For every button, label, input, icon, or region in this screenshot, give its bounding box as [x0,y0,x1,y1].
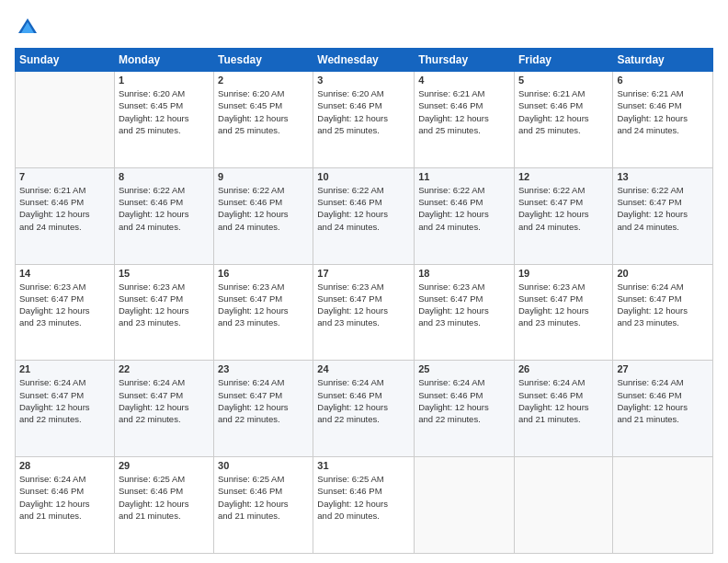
day-number: 24 [317,363,410,374]
day-number: 27 [617,363,709,374]
calendar-day: 3Sunrise: 6:20 AM Sunset: 6:46 PM Daylig… [313,72,415,168]
page-header [15,15,713,40]
calendar-week-4: 21Sunrise: 6:24 AM Sunset: 6:47 PM Dayli… [16,361,713,457]
day-number: 28 [19,460,110,471]
day-info: Sunrise: 6:24 AM Sunset: 6:46 PM Dayligh… [418,376,510,425]
day-info: Sunrise: 6:24 AM Sunset: 6:46 PM Dayligh… [317,376,410,425]
day-number: 17 [317,268,410,279]
calendar-day: 6Sunrise: 6:21 AM Sunset: 6:46 PM Daylig… [613,72,713,168]
day-info: Sunrise: 6:23 AM Sunset: 6:47 PM Dayligh… [119,281,210,329]
day-info: Sunrise: 6:24 AM Sunset: 6:47 PM Dayligh… [218,376,309,425]
calendar-day [613,457,713,554]
day-number: 18 [418,268,510,279]
day-info: Sunrise: 6:25 AM Sunset: 6:46 PM Dayligh… [119,473,210,522]
day-info: Sunrise: 6:23 AM Sunset: 6:47 PM Dayligh… [218,281,309,329]
header-cell-monday: Monday [114,49,213,72]
day-info: Sunrise: 6:22 AM Sunset: 6:46 PM Dayligh… [119,184,210,233]
header-row: SundayMondayTuesdayWednesdayThursdayFrid… [16,49,713,72]
header-cell-wednesday: Wednesday [313,49,415,72]
day-info: Sunrise: 6:22 AM Sunset: 6:47 PM Dayligh… [617,184,709,233]
calendar-day: 30Sunrise: 6:25 AM Sunset: 6:46 PM Dayli… [214,457,313,554]
calendar-day: 9Sunrise: 6:22 AM Sunset: 6:46 PM Daylig… [214,167,313,264]
calendar-day: 2Sunrise: 6:20 AM Sunset: 6:45 PM Daylig… [214,72,313,168]
day-info: Sunrise: 6:23 AM Sunset: 6:47 PM Dayligh… [19,281,110,329]
day-number: 8 [119,171,210,182]
day-number: 31 [317,460,410,471]
calendar-day: 15Sunrise: 6:23 AM Sunset: 6:47 PM Dayli… [114,264,213,361]
header-cell-friday: Friday [514,49,612,72]
calendar-day: 7Sunrise: 6:21 AM Sunset: 6:46 PM Daylig… [16,167,115,264]
calendar-day: 24Sunrise: 6:24 AM Sunset: 6:46 PM Dayli… [313,361,415,457]
day-number: 6 [617,75,709,86]
calendar-day: 13Sunrise: 6:22 AM Sunset: 6:47 PM Dayli… [613,167,713,264]
calendar-day: 23Sunrise: 6:24 AM Sunset: 6:47 PM Dayli… [214,361,313,457]
day-info: Sunrise: 6:21 AM Sunset: 6:46 PM Dayligh… [617,87,709,136]
calendar-week-1: 1Sunrise: 6:20 AM Sunset: 6:45 PM Daylig… [16,72,713,168]
day-info: Sunrise: 6:20 AM Sunset: 6:46 PM Dayligh… [317,87,410,136]
calendar-day: 31Sunrise: 6:25 AM Sunset: 6:46 PM Dayli… [313,457,415,554]
calendar-day: 27Sunrise: 6:24 AM Sunset: 6:46 PM Dayli… [613,361,713,457]
day-info: Sunrise: 6:23 AM Sunset: 6:47 PM Dayligh… [317,281,410,329]
logo [15,15,44,40]
calendar-day: 25Sunrise: 6:24 AM Sunset: 6:46 PM Dayli… [415,361,515,457]
day-info: Sunrise: 6:23 AM Sunset: 6:47 PM Dayligh… [518,281,609,329]
calendar-page: SundayMondayTuesdayWednesdayThursdayFrid… [0,0,728,563]
day-info: Sunrise: 6:24 AM Sunset: 6:47 PM Dayligh… [119,376,210,425]
day-number: 25 [418,363,510,374]
calendar-day: 20Sunrise: 6:24 AM Sunset: 6:47 PM Dayli… [613,264,713,361]
calendar-day: 5Sunrise: 6:21 AM Sunset: 6:46 PM Daylig… [514,72,612,168]
day-number: 26 [518,363,609,374]
header-cell-saturday: Saturday [613,49,713,72]
day-number: 10 [317,171,410,182]
calendar-table: SundayMondayTuesdayWednesdayThursdayFrid… [15,48,713,554]
day-number: 4 [418,75,510,86]
day-info: Sunrise: 6:21 AM Sunset: 6:46 PM Dayligh… [518,87,609,136]
day-info: Sunrise: 6:24 AM Sunset: 6:46 PM Dayligh… [19,473,110,522]
calendar-week-3: 14Sunrise: 6:23 AM Sunset: 6:47 PM Dayli… [16,264,713,361]
calendar-day: 26Sunrise: 6:24 AM Sunset: 6:46 PM Dayli… [514,361,612,457]
calendar-day: 16Sunrise: 6:23 AM Sunset: 6:47 PM Dayli… [214,264,313,361]
day-number: 20 [617,268,709,279]
day-info: Sunrise: 6:23 AM Sunset: 6:47 PM Dayligh… [418,281,510,329]
calendar-day [514,457,612,554]
day-number: 1 [119,75,210,86]
calendar-day [16,72,115,168]
day-info: Sunrise: 6:24 AM Sunset: 6:46 PM Dayligh… [518,376,609,425]
calendar-week-2: 7Sunrise: 6:21 AM Sunset: 6:46 PM Daylig… [16,167,713,264]
day-info: Sunrise: 6:21 AM Sunset: 6:46 PM Dayligh… [418,87,510,136]
day-info: Sunrise: 6:24 AM Sunset: 6:46 PM Dayligh… [617,376,709,425]
day-number: 2 [218,75,309,86]
day-info: Sunrise: 6:25 AM Sunset: 6:46 PM Dayligh… [218,473,309,522]
calendar-day: 19Sunrise: 6:23 AM Sunset: 6:47 PM Dayli… [514,264,612,361]
calendar-day: 1Sunrise: 6:20 AM Sunset: 6:45 PM Daylig… [114,72,213,168]
day-number: 23 [218,363,309,374]
day-number: 5 [518,75,609,86]
calendar-day: 29Sunrise: 6:25 AM Sunset: 6:46 PM Dayli… [114,457,213,554]
day-number: 9 [218,171,309,182]
day-info: Sunrise: 6:22 AM Sunset: 6:46 PM Dayligh… [418,184,510,233]
day-number: 11 [418,171,510,182]
day-number: 29 [119,460,210,471]
day-number: 15 [119,268,210,279]
calendar-day [415,457,515,554]
day-number: 12 [518,171,609,182]
day-info: Sunrise: 6:25 AM Sunset: 6:46 PM Dayligh… [317,473,410,522]
calendar-day: 14Sunrise: 6:23 AM Sunset: 6:47 PM Dayli… [16,264,115,361]
day-info: Sunrise: 6:22 AM Sunset: 6:46 PM Dayligh… [317,184,410,233]
calendar-day: 4Sunrise: 6:21 AM Sunset: 6:46 PM Daylig… [415,72,515,168]
calendar-week-5: 28Sunrise: 6:24 AM Sunset: 6:46 PM Dayli… [16,457,713,554]
calendar-day: 11Sunrise: 6:22 AM Sunset: 6:46 PM Dayli… [415,167,515,264]
calendar-day: 18Sunrise: 6:23 AM Sunset: 6:47 PM Dayli… [415,264,515,361]
day-info: Sunrise: 6:20 AM Sunset: 6:45 PM Dayligh… [119,87,210,136]
day-number: 30 [218,460,309,471]
day-number: 7 [19,171,110,182]
day-number: 22 [119,363,210,374]
calendar-day: 17Sunrise: 6:23 AM Sunset: 6:47 PM Dayli… [313,264,415,361]
day-info: Sunrise: 6:24 AM Sunset: 6:47 PM Dayligh… [617,281,709,329]
day-number: 19 [518,268,609,279]
logo-icon [15,15,40,40]
day-info: Sunrise: 6:21 AM Sunset: 6:46 PM Dayligh… [19,184,110,233]
day-number: 16 [218,268,309,279]
header-cell-tuesday: Tuesday [214,49,313,72]
calendar-day: 8Sunrise: 6:22 AM Sunset: 6:46 PM Daylig… [114,167,213,264]
